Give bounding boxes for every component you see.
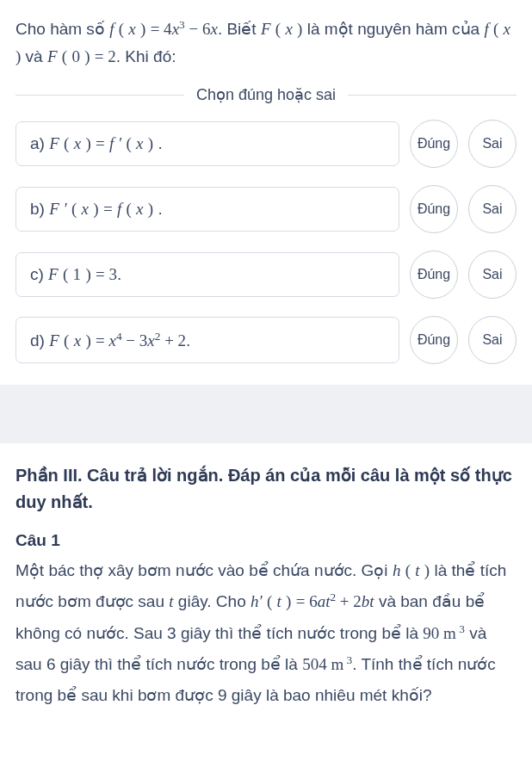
option-a-statement: a) F ( x ) = f ′ ( x ) . bbox=[15, 121, 399, 166]
section-gap bbox=[0, 385, 532, 443]
divider-row: Chọn đúng hoặc sai bbox=[15, 85, 517, 104]
option-b-false-button[interactable]: Sai bbox=[468, 185, 517, 233]
option-row-d: d) F ( x ) = x4 − 3x2 + 2. Đúng Sai bbox=[15, 316, 517, 364]
options-list: a) F ( x ) = f ′ ( x ) . Đúng Sai b) F ′… bbox=[15, 120, 517, 364]
option-a-true-button[interactable]: Đúng bbox=[410, 120, 458, 168]
part-3-title: Phần III. Câu trả lời ngắn. Đáp án của m… bbox=[15, 462, 517, 516]
divider-line-right bbox=[348, 95, 517, 96]
option-c-true-button[interactable]: Đúng bbox=[410, 251, 458, 299]
part-3-section: Phần III. Câu trả lời ngắn. Đáp án của m… bbox=[0, 443, 532, 732]
divider-line-left bbox=[15, 95, 184, 96]
question-body: Một bác thợ xây bơm nước vào bể chứa nướ… bbox=[15, 555, 517, 711]
option-row-a: a) F ( x ) = f ′ ( x ) . Đúng Sai bbox=[15, 120, 517, 168]
divider-label: Chọn đúng hoặc sai bbox=[184, 85, 348, 104]
question-number: Câu 1 bbox=[15, 531, 517, 550]
option-c-statement: c) F ( 1 ) = 3. bbox=[15, 252, 399, 297]
question-stem: Cho hàm số f ( x ) = 4x3 − 6x. Biết F ( … bbox=[15, 15, 517, 70]
option-c-false-button[interactable]: Sai bbox=[468, 251, 517, 299]
option-row-b: b) F ′ ( x ) = f ( x ) . Đúng Sai bbox=[15, 185, 517, 233]
option-d-true-button[interactable]: Đúng bbox=[410, 316, 458, 364]
true-false-question-card: Cho hàm số f ( x ) = 4x3 − 6x. Biết F ( … bbox=[0, 0, 532, 385]
option-d-false-button[interactable]: Sai bbox=[468, 316, 517, 364]
option-b-true-button[interactable]: Đúng bbox=[410, 185, 458, 233]
option-d-statement: d) F ( x ) = x4 − 3x2 + 2. bbox=[15, 317, 399, 363]
option-b-statement: b) F ′ ( x ) = f ( x ) . bbox=[15, 187, 399, 232]
option-row-c: c) F ( 1 ) = 3. Đúng Sai bbox=[15, 251, 517, 299]
option-a-false-button[interactable]: Sai bbox=[468, 120, 517, 168]
